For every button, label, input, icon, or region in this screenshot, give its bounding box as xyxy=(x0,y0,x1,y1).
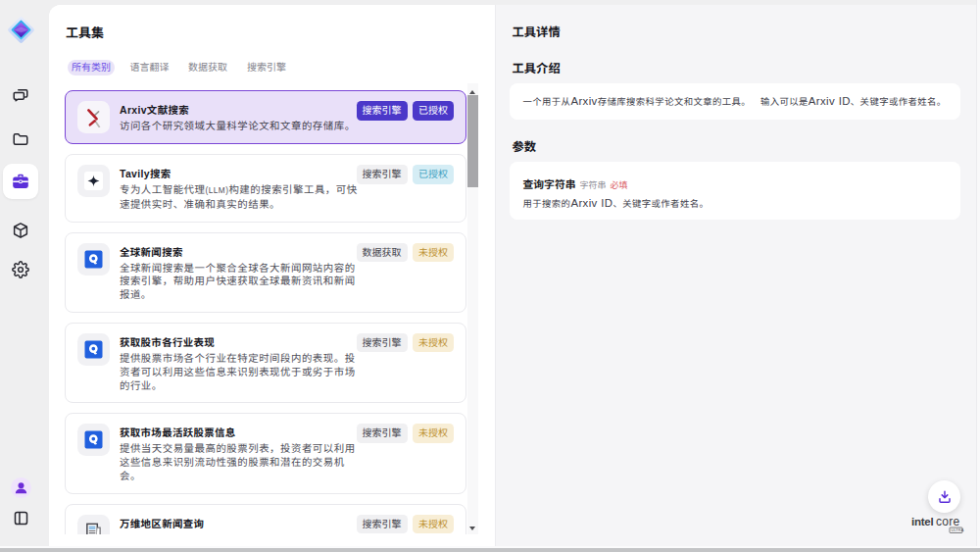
svg-text:ULTRA: ULTRA xyxy=(952,527,964,532)
svg-text:core: core xyxy=(936,515,959,528)
svg-text:intel: intel xyxy=(911,516,933,527)
